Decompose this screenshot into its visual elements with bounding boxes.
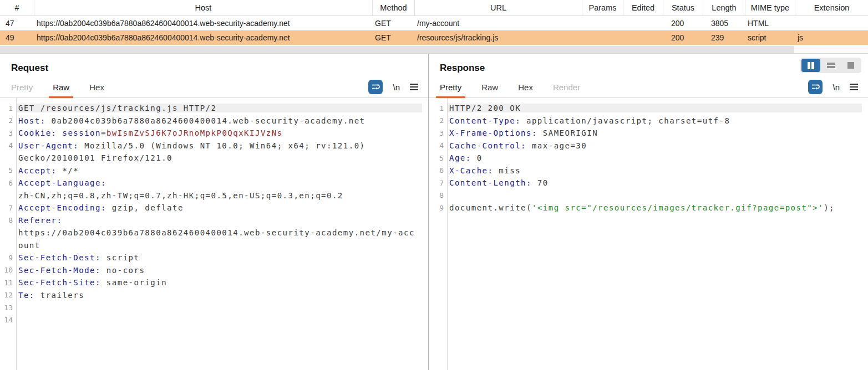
- rows-layout-button[interactable]: [821, 59, 840, 72]
- line-number: 6: [0, 179, 16, 187]
- newline-toggle[interactable]: \n: [393, 83, 400, 92]
- line-content: Content-Type: application/javascript; ch…: [447, 116, 862, 125]
- line-number: 5: [429, 154, 447, 162]
- line-content: Cookie: session=bwIsmZvSJ6K7oJRnoMpkP0Qq…: [16, 129, 422, 137]
- tab-hex[interactable]: Hex: [85, 83, 109, 97]
- code-line: https://0ab2004c039b6a7880a8624600400014…: [0, 227, 428, 239]
- line-number: 12: [0, 291, 16, 299]
- line-content: Age: 0: [447, 153, 862, 162]
- line-content: Cache-Control: max-age=30: [447, 141, 862, 150]
- response-panel: Response PrettyRawHexRender \n: [429, 54, 868, 370]
- table-cell: /my-account: [415, 19, 582, 28]
- request-panel: Request PrettyRawHex \n: [0, 54, 428, 370]
- scrollbar-thumb[interactable]: [0, 46, 794, 53]
- line-number: 3: [0, 129, 16, 137]
- line-number: 9: [429, 204, 447, 212]
- line-number: 1: [429, 104, 447, 112]
- response-menu-button[interactable]: [850, 84, 858, 91]
- columns-icon: [808, 62, 810, 69]
- line-content: Accept-Encoding: gzip, deflate: [16, 203, 422, 212]
- request-editor[interactable]: 1GET /resources/js/tracking.js HTTP/22Ho…: [0, 98, 428, 326]
- response-editor-area[interactable]: 1HTTP/2 200 OK2Content-Type: application…: [429, 98, 868, 370]
- line-number: 2: [0, 116, 16, 125]
- line-content: GET /resources/js/tracking.js HTTP/2: [16, 104, 422, 112]
- tab-hex[interactable]: Hex: [514, 83, 537, 97]
- request-title: Request: [11, 63, 428, 76]
- table-cell: https://0ab2004c039b6a7880a8624600400014…: [34, 19, 373, 28]
- code-line: 4User-Agent: Mozilla/5.0 (Windows NT 10.…: [0, 140, 428, 152]
- column-header[interactable]: Extension: [795, 0, 868, 16]
- code-line: 7Content-Length: 70: [429, 177, 868, 189]
- code-line: ount: [0, 239, 428, 252]
- line-content: document.write('<img src="/resources/ima…: [447, 203, 862, 212]
- table-header: #HostMethodURLParamsEditedStatusLengthMI…: [0, 0, 868, 16]
- code-line: 1GET /resources/js/tracking.js HTTP/2: [0, 102, 428, 115]
- code-line: 2Host: 0ab2004c039b6a7880a8624600400014.…: [0, 115, 428, 127]
- line-number: 4: [0, 141, 16, 150]
- code-line: 5Accept: */*: [0, 165, 428, 177]
- line-content: User-Agent: Mozilla/5.0 (Windows NT 10.0…: [16, 141, 422, 150]
- line-content: Sec-Fetch-Site: same-origin: [16, 278, 422, 287]
- code-line: 4Cache-Control: max-age=30: [429, 140, 868, 152]
- table-body: 47https://0ab2004c039b6a7880a86246004000…: [0, 16, 868, 45]
- line-number: 8: [429, 191, 447, 199]
- tab-render[interactable]: Render: [549, 83, 585, 97]
- column-header[interactable]: Method: [373, 0, 415, 16]
- response-editor-toolbar: \n: [808, 80, 858, 97]
- single-pane-icon: [847, 62, 854, 69]
- code-line: 9Sec-Fetch-Dest: script: [0, 251, 428, 264]
- columns-layout-button[interactable]: [801, 59, 820, 72]
- tab-pretty[interactable]: Pretty: [7, 83, 37, 97]
- table-cell: 200: [663, 19, 703, 28]
- line-number: 9: [0, 254, 16, 262]
- line-number: 1: [0, 104, 16, 112]
- line-content: zh-CN,zh;q=0.8,zh-TW;q=0.7,zh-HK;q=0.5,e…: [16, 191, 422, 200]
- request-editor-area[interactable]: 1GET /resources/js/tracking.js HTTP/22Ho…: [0, 98, 428, 370]
- code-line: 2Content-Type: application/javascript; c…: [429, 115, 868, 127]
- message-editor-split: Request PrettyRawHex \n: [0, 54, 868, 370]
- column-header[interactable]: Params: [582, 0, 623, 16]
- horizontal-scrollbar: [0, 45, 868, 54]
- table-cell: 239: [703, 33, 745, 42]
- column-header[interactable]: URL: [415, 0, 582, 16]
- column-header[interactable]: Host: [34, 0, 373, 16]
- code-line: 8Referer:: [0, 214, 428, 227]
- hamburger-icon: [850, 84, 858, 85]
- table-cell: HTML: [745, 19, 795, 28]
- tab-pretty[interactable]: Pretty: [435, 83, 466, 97]
- line-number: 8: [0, 216, 16, 224]
- word-wrap-icon: [811, 83, 820, 91]
- table-row[interactable]: 47https://0ab2004c039b6a7880a86246004000…: [0, 16, 868, 30]
- line-number: 3: [429, 129, 447, 137]
- single-layout-button[interactable]: [841, 59, 860, 72]
- column-header[interactable]: Status: [663, 0, 703, 16]
- column-header[interactable]: MIME type: [745, 0, 795, 16]
- code-line: zh-CN,zh;q=0.8,zh-TW;q=0.7,zh-HK;q=0.5,e…: [0, 189, 428, 202]
- line-content: Sec-Fetch-Dest: script: [16, 253, 422, 262]
- word-wrap-toggle[interactable]: [808, 80, 823, 94]
- line-content: Accept-Language:: [16, 178, 422, 187]
- tab-raw[interactable]: Raw: [477, 83, 502, 97]
- word-wrap-toggle[interactable]: [368, 80, 383, 94]
- code-line: 7Accept-Encoding: gzip, deflate: [0, 202, 428, 214]
- tab-raw[interactable]: Raw: [48, 83, 74, 97]
- table-cell: 200: [663, 33, 703, 42]
- code-line: 11Sec-Fetch-Site: same-origin: [0, 276, 428, 289]
- request-tabs-bar: PrettyRawHex \n: [0, 77, 428, 98]
- newline-toggle[interactable]: \n: [833, 83, 840, 92]
- column-header[interactable]: Length: [703, 0, 745, 16]
- column-header[interactable]: Edited: [623, 0, 663, 16]
- request-menu-button[interactable]: [410, 84, 418, 91]
- line-number: 5: [0, 166, 16, 174]
- table-cell: /resources/js/tracking.js: [415, 33, 582, 42]
- column-header[interactable]: #: [0, 0, 34, 16]
- code-line: 6Accept-Language:: [0, 177, 428, 189]
- line-number: 13: [0, 304, 16, 312]
- request-tabs: PrettyRawHex: [7, 77, 120, 97]
- line-content: Content-Length: 70: [447, 178, 862, 187]
- table-cell: 3805: [703, 19, 745, 28]
- line-content: Referer:: [16, 216, 422, 225]
- response-editor[interactable]: 1HTTP/2 200 OK2Content-Type: application…: [429, 98, 868, 214]
- table-row[interactable]: 49https://0ab2004c039b6a7880a86246004000…: [0, 30, 868, 45]
- line-number: 11: [0, 279, 16, 287]
